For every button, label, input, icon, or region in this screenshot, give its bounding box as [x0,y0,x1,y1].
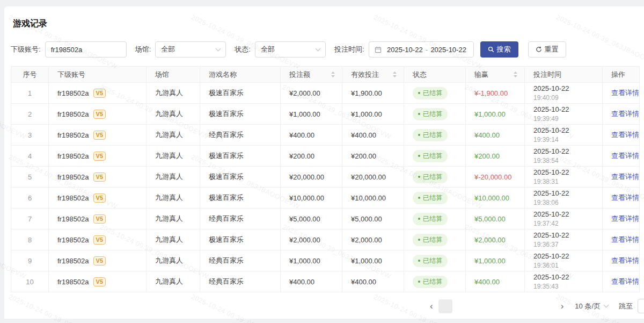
view-details-link[interactable]: 查看详情 [611,88,639,98]
column-header[interactable]: 投注额 [281,67,342,83]
column-header[interactable]: 输赢 [466,67,525,83]
page-number-button[interactable] [507,299,521,313]
view-details-link[interactable]: 查看详情 [611,214,639,224]
cell-index: 7 [11,209,49,229]
cell-valid-bet: ¥1,000.00 [342,104,404,125]
cell-bet-amount: ¥5,000.00 [281,209,342,229]
view-details-link[interactable]: 查看详情 [611,256,639,265]
cell-bet-amount: ¥20,000.00 [281,167,342,188]
status-text: 已结算 [423,256,442,265]
account-text: fr198502a [57,278,89,286]
cell-action: 查看详情 [603,250,640,271]
chevron-down-icon [604,303,609,308]
view-details-link[interactable]: 查看详情 [611,235,639,245]
cell-index: 5 [11,167,49,188]
search-button[interactable]: 搜索 [480,41,518,58]
sort-icon[interactable] [331,71,335,78]
page-size-select[interactable]: 10 条/页 [575,302,608,311]
bet-time-label: 投注时间: [334,45,364,54]
venue-select[interactable]: 全部 [155,41,226,58]
page-title: 游戏记录 [13,18,644,30]
cell-account: fr198502a V5 [49,188,147,209]
view-details-link[interactable]: 查看详情 [611,130,639,140]
vip-level-badge: V5 [93,152,106,161]
view-details-link[interactable]: 查看详情 [611,193,639,203]
bet-date: 2025-10-22 [533,252,569,261]
cell-venue: 九游真人 [147,209,200,229]
page-number-button[interactable] [438,299,452,313]
next-page-button[interactable]: › [557,302,568,311]
bet-clock-time: 19:35:43 [533,282,559,291]
date-end: 2025-10-22 [430,46,466,54]
cell-status: 已结算 [404,125,466,146]
reset-button-label: 重置 [545,45,559,54]
cell-account: fr198502a V5 [49,125,147,146]
vip-level-badge: V5 [93,214,106,224]
bet-date: 2025-10-22 [533,210,569,219]
column-header[interactable]: 投注时间 [525,67,603,83]
account-text: fr198502a [57,236,89,244]
cell-bet-amount: ¥200.00 [281,146,342,167]
column-header-label: 投注时间 [533,70,561,80]
view-details-link[interactable]: 查看详情 [611,172,639,182]
status-dot-icon [418,134,420,136]
status-select[interactable]: 全部 [255,41,326,58]
column-header[interactable]: 下级账号 [49,67,147,83]
column-header[interactable]: 操作 [603,67,640,83]
page-size-value: 10 条/页 [575,302,601,311]
cell-status: 已结算 [404,250,466,271]
cell-valid-bet: ¥5,000.00 [342,209,404,229]
view-details-link[interactable]: 查看详情 [611,151,639,161]
column-header[interactable]: 状态 [404,67,466,83]
status-dot-icon [418,113,420,115]
column-header-label: 投注额 [289,70,310,80]
sort-icon[interactable] [392,71,397,78]
bet-clock-time: 19:38:54 [533,156,559,165]
date-range-picker[interactable]: 2025-10-22 - 2025-10-22 [369,41,474,58]
page-number-button[interactable] [541,299,555,313]
table-row: 8 fr198502a V5 九游真人 极速百家乐 ¥2,000.00 ¥2,0… [11,229,640,250]
chevron-down-icon [315,46,320,51]
prev-page-button[interactable]: ‹ [426,302,437,311]
reset-button[interactable]: 重置 [528,41,566,58]
jump-to-input[interactable] [638,299,644,313]
cell-win-loss: ¥400.00 [466,125,525,146]
status-text: 已结算 [423,235,442,245]
page-number-button[interactable] [456,299,470,313]
status-text: 已结算 [423,89,442,98]
account-input[interactable] [45,41,127,58]
status-text: 已结算 [423,193,442,203]
cell-bet-amount: ¥1,000.00 [281,250,342,271]
cell-bet-amount: ¥10,000.00 [281,188,342,209]
cell-game-name: 极速百家乐 [200,229,281,250]
view-details-link[interactable]: 查看详情 [611,277,639,286]
column-header[interactable]: 游戏名称 [200,67,281,83]
view-details-link[interactable]: 查看详情 [611,109,639,119]
status-badge: 已结算 [413,255,448,267]
page-number-button[interactable] [490,299,504,313]
search-icon [488,46,494,53]
cell-status: 已结算 [404,146,466,167]
status-text: 已结算 [423,131,442,140]
cell-bet-time: 2025-10-22 19:39:49 [525,104,603,125]
cell-bet-time: 2025-10-22 19:35:43 [525,271,603,292]
page-number-button[interactable] [524,299,538,313]
column-header[interactable]: 场馆 [147,67,200,83]
cell-account: fr198502a V5 [49,250,147,271]
page-number-button[interactable] [473,299,487,313]
status-dot-icon [418,260,420,262]
cell-index: 8 [11,229,49,250]
column-header[interactable]: 有效投注 [342,67,404,83]
vip-level-badge: V5 [93,173,106,182]
cell-status: 已结算 [404,271,466,292]
cell-valid-bet: ¥1,000.00 [342,250,404,271]
cell-venue: 九游真人 [147,83,200,104]
cell-game-name: 经典百家乐 [200,250,281,271]
column-header-label: 操作 [611,70,625,80]
sort-icon[interactable] [513,71,518,78]
bet-date: 2025-10-22 [533,272,569,282]
status-label: 状态: [235,45,251,54]
column-header[interactable]: 序号 [11,67,49,83]
cell-game-name: 极速百家乐 [200,146,281,167]
cell-status: 已结算 [404,209,466,229]
